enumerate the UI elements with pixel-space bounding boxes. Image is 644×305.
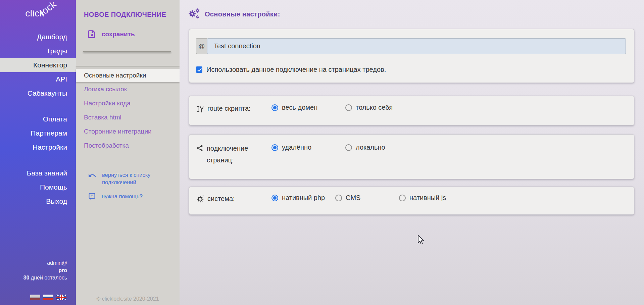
route-script-card: route скрипта: весь домен только себя xyxy=(189,96,634,125)
radio-local[interactable]: локально xyxy=(345,144,419,151)
menu-item-postprocessing[interactable]: Постобработка xyxy=(76,139,180,153)
language-switcher xyxy=(30,295,66,300)
radio-cms[interactable]: CMS xyxy=(335,194,399,202)
radio-unselected-icon[interactable] xyxy=(399,195,406,201)
copyright-footer: © clicklock.site 2020-2021 xyxy=(76,296,180,302)
system-label-col: система: xyxy=(196,194,271,205)
menu-item-html-insert[interactable]: Вставка html xyxy=(76,110,180,124)
floppy-save-icon xyxy=(87,30,96,39)
flag-ru-icon[interactable] xyxy=(43,295,53,300)
connection-panel: НОВОЕ ПОДКЛЮЧЕНИЕ сохранить Основные нас… xyxy=(76,0,180,305)
menu-item-integrations[interactable]: Сторонние интеграции xyxy=(76,124,180,139)
sidebar-item-subaccounts[interactable]: Сабакаунты xyxy=(0,86,76,100)
undo-arrow-icon xyxy=(88,171,96,180)
pages-label: подключение страниц: xyxy=(207,143,264,166)
gears-icon xyxy=(188,8,200,20)
main-content: Основные настройки: @ Использовать данно… xyxy=(180,0,644,305)
radio-selected-icon[interactable] xyxy=(271,104,278,111)
use-on-threads-row[interactable]: Использовать данное подключение на стран… xyxy=(196,66,627,73)
clicklock-logo[interactable]: clicklock xyxy=(25,8,62,19)
radio-selected-icon[interactable] xyxy=(271,195,278,201)
sidebar-item-dashboard[interactable]: Дашборд xyxy=(0,30,76,44)
account-days-left: 30 дней осталось xyxy=(23,274,67,282)
sidebar-gap xyxy=(0,100,76,112)
sidebar-item-payment[interactable]: Оплата xyxy=(0,112,76,126)
save-button-label: сохранить xyxy=(102,31,135,38)
radio-label: локально xyxy=(356,144,385,151)
panel-title: НОВОЕ ПОДКЛЮЧЕНИЕ xyxy=(84,11,166,18)
sidebar-item-threads[interactable]: Треды xyxy=(0,44,76,58)
radio-label: нативный js xyxy=(409,194,446,202)
radio-only-self[interactable]: только себя xyxy=(345,104,419,111)
account-info: admin@ pro 30 дней осталось xyxy=(23,259,67,282)
system-card: система: нативный php CMS нативный js xyxy=(189,187,634,215)
account-email: admin@ xyxy=(23,259,67,267)
save-button[interactable]: сохранить xyxy=(87,30,135,39)
flag-ru-inactive-icon[interactable] xyxy=(30,295,40,300)
days-text: дней осталось xyxy=(29,275,67,281)
sidebar-item-partners[interactable]: Партнерам xyxy=(0,126,76,140)
need-help-link[interactable]: нужна помощь? xyxy=(88,192,143,200)
radio-label: удалённо xyxy=(282,144,311,151)
radio-native-php[interactable]: нативный php xyxy=(271,194,335,202)
panel-divider xyxy=(76,66,180,66)
radio-unselected-icon[interactable] xyxy=(335,195,342,201)
sidebar-item-logout[interactable]: Выход xyxy=(0,194,76,208)
menu-item-code-settings[interactable]: Настройки кода xyxy=(76,96,180,110)
page-heading: Основные настройки: xyxy=(188,8,280,20)
share-icon xyxy=(196,144,204,152)
connection-settings-menu: Основные настройки Логика ссылок Настрой… xyxy=(76,69,180,153)
help-link-label: нужна помощь? xyxy=(102,193,143,200)
checkbox-checked-icon[interactable] xyxy=(196,66,202,73)
radio-label: CMS xyxy=(346,194,360,202)
checkbox-label: Использовать данное подключение на стран… xyxy=(206,66,386,73)
radio-selected-icon[interactable] xyxy=(271,144,278,151)
connection-name-group: @ xyxy=(196,38,626,54)
radio-label: только себя xyxy=(356,104,393,111)
radio-label: весь домен xyxy=(282,104,317,111)
comment-plus-icon xyxy=(88,192,96,200)
sidebar-item-settings[interactable]: Настройки xyxy=(0,140,76,154)
radio-unselected-icon[interactable] xyxy=(345,144,352,151)
at-prefix: @ xyxy=(196,38,207,54)
sidebar-item-connector[interactable]: Коннектор xyxy=(0,58,76,72)
route-label: route скрипта: xyxy=(207,103,251,114)
days-number: 30 xyxy=(23,275,30,281)
system-label: система: xyxy=(207,193,235,205)
back-to-connections-link[interactable]: вернуться к списку подключений xyxy=(88,171,165,186)
sidebar-gap xyxy=(0,154,76,166)
sidebar-item-api[interactable]: API xyxy=(0,72,76,86)
radio-label: нативный php xyxy=(282,194,325,202)
connection-name-input[interactable] xyxy=(207,38,626,54)
menu-item-link-logic[interactable]: Логика ссылок xyxy=(76,82,180,96)
gear-suggest-icon xyxy=(196,195,204,203)
back-link-label: вернуться к списку подключений xyxy=(102,171,162,186)
panel-divider xyxy=(83,51,171,52)
app-screen: clicklock Дашборд Треды Коннектор API Са… xyxy=(0,0,644,305)
pages-label-col: подключение страниц: xyxy=(196,144,271,166)
pages-connection-card: подключение страниц: удалённо локально xyxy=(189,134,634,179)
radio-unselected-icon[interactable] xyxy=(345,104,352,111)
sidebar-item-knowledge-base[interactable]: База знаний xyxy=(0,166,76,180)
flag-uk-icon[interactable] xyxy=(56,295,66,300)
sidebar: clicklock Дашборд Треды Коннектор API Са… xyxy=(0,0,76,305)
radio-native-js[interactable]: нативный js xyxy=(399,194,463,202)
account-plan-badge: pro xyxy=(23,267,67,274)
mouse-cursor xyxy=(417,235,425,245)
connection-name-card: @ Использовать данное подключение на стр… xyxy=(189,29,634,83)
route-icon xyxy=(196,104,204,114)
route-label-col: route скрипта: xyxy=(196,104,271,114)
sidebar-nav: Дашборд Треды Коннектор API Сабакаунты О… xyxy=(0,30,76,208)
page-title: Основные настройки: xyxy=(205,10,280,18)
radio-whole-domain[interactable]: весь домен xyxy=(271,104,345,111)
sidebar-item-help[interactable]: Помощь xyxy=(0,180,76,194)
menu-item-main-settings[interactable]: Основные настройки xyxy=(76,69,180,82)
radio-remote[interactable]: удалённо xyxy=(271,144,345,151)
